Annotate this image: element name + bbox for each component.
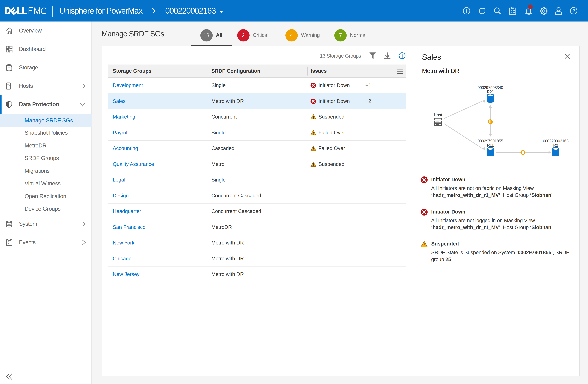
svg-text:?: ? [572, 8, 575, 13]
svg-text:R21: R21 [487, 90, 494, 94]
svg-text:000220002163: 000220002163 [543, 139, 568, 143]
svg-text:Host: Host [434, 113, 442, 117]
svg-text:R11: R11 [487, 143, 494, 148]
svg-text:R2: R2 [553, 143, 558, 148]
svg-text:000297901855: 000297901855 [478, 139, 503, 143]
svg-text:000297903340: 000297903340 [478, 85, 503, 90]
